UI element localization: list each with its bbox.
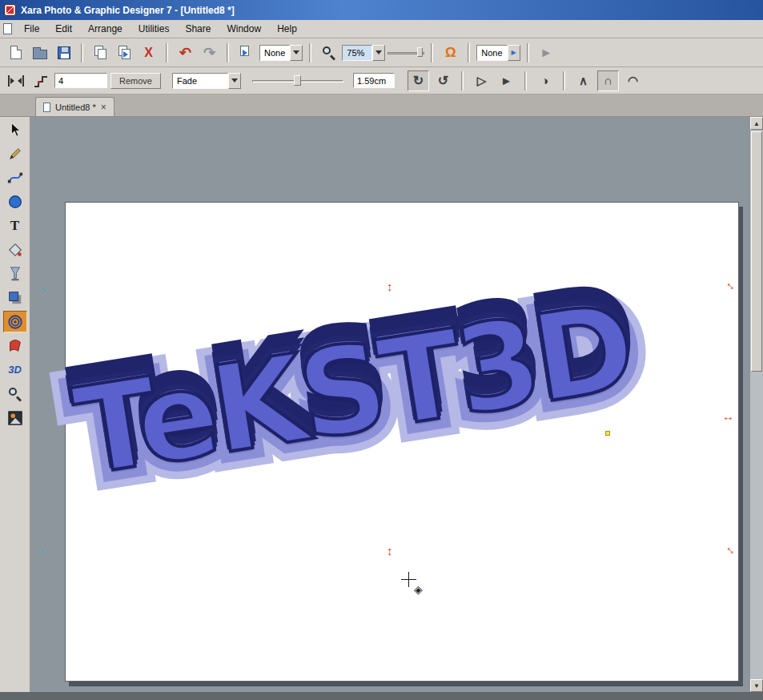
photo-tool[interactable] <box>3 407 27 428</box>
fade-dropdown-button[interactable] <box>228 73 241 89</box>
cap-style-button[interactable]: ◑ <box>534 70 556 91</box>
zoom-level-value: 75% <box>342 45 372 61</box>
shadow-tool[interactable] <box>3 287 27 308</box>
mould-tool[interactable] <box>3 335 27 356</box>
toolbar-separator <box>461 71 464 91</box>
vertical-scrollbar[interactable]: ▲ ▼ <box>749 117 763 692</box>
fill-tool[interactable] <box>3 239 27 260</box>
next-effect-button[interactable]: ► <box>536 42 557 63</box>
arrow-right-solid-icon: ► <box>500 74 512 87</box>
resize-handle-bottom[interactable]: ↕ <box>387 545 393 557</box>
selector-tool[interactable] <box>3 119 27 140</box>
feather-slider[interactable] <box>388 46 424 59</box>
redo-icon: ↷ <box>203 44 215 62</box>
standard-toolbar: X ↶ ↷ None 75% Ω None ▶ ► <box>0 38 763 67</box>
skew-handle-bottom-left[interactable]: ↔ <box>38 545 51 558</box>
resize-handle-right[interactable]: ↔ <box>722 410 734 422</box>
line-style-dropdown-button[interactable] <box>290 45 303 61</box>
round-join-button[interactable]: ∩ <box>597 70 619 91</box>
skew-handle-top-left[interactable]: ↔ <box>38 282 51 296</box>
toolbar-separator <box>563 71 565 91</box>
rotate-cw-icon: ↻ <box>413 73 424 88</box>
half-circle-icon: ◑ <box>541 74 548 87</box>
text-tool-icon: T <box>10 218 19 234</box>
resize-handle-top[interactable]: ↕ <box>387 280 393 292</box>
zoom-tool[interactable] <box>3 383 27 404</box>
transparency-tool[interactable] <box>3 263 27 284</box>
menu-bar: File Edit Arrange Utilities Share Window… <box>0 20 763 38</box>
miter-join-button[interactable]: ∧ <box>572 70 594 91</box>
extrude-tool[interactable]: 3D <box>3 359 27 380</box>
bezier-curve-icon <box>7 170 23 186</box>
contour-profile-button[interactable] <box>30 70 51 91</box>
contour-steps-input[interactable] <box>54 73 107 88</box>
contour-infobar: Remove Fade ↻ ↺ ▷ ► ◑ ∧ ∩ ◠ <box>0 67 763 95</box>
tab-untitled8[interactable]: Untitled8 * × <box>35 97 114 116</box>
selected-point-marker[interactable] <box>605 431 610 436</box>
wine-glass-icon <box>7 266 23 282</box>
menu-file[interactable]: File <box>17 22 46 36</box>
menu-edit[interactable]: Edit <box>48 22 79 36</box>
zoom-level-combo[interactable]: 75% <box>342 45 385 61</box>
redo-button[interactable]: ↷ <box>199 42 220 63</box>
toolbar-separator <box>468 43 470 62</box>
import-button[interactable] <box>90 42 111 63</box>
shape-editor-tool[interactable] <box>3 167 27 188</box>
menu-utilities[interactable]: Utilities <box>131 22 177 36</box>
save-floppy-icon <box>58 46 70 59</box>
canvas-area[interactable]: TeKST3D TeKST3D TeKST3D TeKST3D TeKST3D … <box>31 117 749 692</box>
undo-button[interactable]: ↶ <box>175 42 196 63</box>
scrollbar-thumb[interactable] <box>751 131 762 372</box>
delete-button[interactable]: X <box>138 42 159 63</box>
freehand-tool[interactable] <box>3 143 27 164</box>
profile-slider[interactable] <box>251 74 345 88</box>
remove-button[interactable]: Remove <box>110 73 161 89</box>
live-effect-apply-button[interactable]: ▶ <box>508 45 520 61</box>
arrow-right-icon: ► <box>540 46 552 60</box>
menu-window[interactable]: Window <box>219 22 268 36</box>
fade-combo[interactable]: Fade <box>172 73 241 89</box>
snap-to-objects-button[interactable]: Ω <box>440 42 461 63</box>
new-document-button[interactable] <box>5 42 26 63</box>
window-bottom-edge <box>0 692 763 700</box>
export-button[interactable] <box>114 42 135 63</box>
open-button[interactable] <box>29 42 50 63</box>
scroll-down-button[interactable]: ▼ <box>750 679 763 692</box>
bevel-join-button[interactable]: ◠ <box>622 70 644 91</box>
contour-width-input[interactable] <box>353 73 395 88</box>
text-tool[interactable]: T <box>3 215 27 236</box>
fade-value: Fade <box>172 73 228 89</box>
new-document-icon <box>10 46 22 59</box>
toolbar-separator <box>166 43 168 62</box>
paste-button[interactable] <box>235 42 257 63</box>
menu-help[interactable]: Help <box>270 22 304 36</box>
live-effect-combo[interactable]: None ▶ <box>476 45 520 61</box>
zoom-tool-button[interactable] <box>318 42 339 63</box>
ellipse-icon <box>7 194 23 210</box>
miter-join-icon: ∧ <box>579 74 588 88</box>
save-button[interactable] <box>53 42 74 63</box>
outset-path-button[interactable]: ► <box>496 70 517 91</box>
bevel-join-icon: ◠ <box>628 74 638 88</box>
line-style-combo[interactable]: None <box>259 45 303 61</box>
tab-close-icon[interactable]: × <box>101 102 106 113</box>
menu-share[interactable]: Share <box>178 22 218 36</box>
document-icon[interactable] <box>3 23 12 34</box>
rotate-contour-button[interactable]: ↻ <box>408 70 429 91</box>
ellipse-tool[interactable] <box>3 191 27 212</box>
chevron-down-icon <box>231 78 238 86</box>
inset-path-button[interactable]: ▷ <box>471 70 492 91</box>
zoom-dropdown-button[interactable] <box>372 45 385 61</box>
toolbar-separator <box>309 43 311 62</box>
contour-tool[interactable] <box>3 311 27 332</box>
contour-position-button[interactable] <box>5 70 26 91</box>
scroll-up-icon: ▲ <box>753 120 760 127</box>
tab-document-icon <box>43 103 50 112</box>
reverse-contour-button[interactable]: ↺ <box>432 70 454 91</box>
scroll-up-button[interactable]: ▲ <box>750 117 763 130</box>
play-icon: ▶ <box>512 49 516 56</box>
profile-slider-thumb[interactable] <box>294 75 301 86</box>
extrude-3d-icon: 3D <box>8 364 22 376</box>
feather-slider-thumb[interactable] <box>417 47 423 57</box>
menu-arrange[interactable]: Arrange <box>81 22 130 36</box>
